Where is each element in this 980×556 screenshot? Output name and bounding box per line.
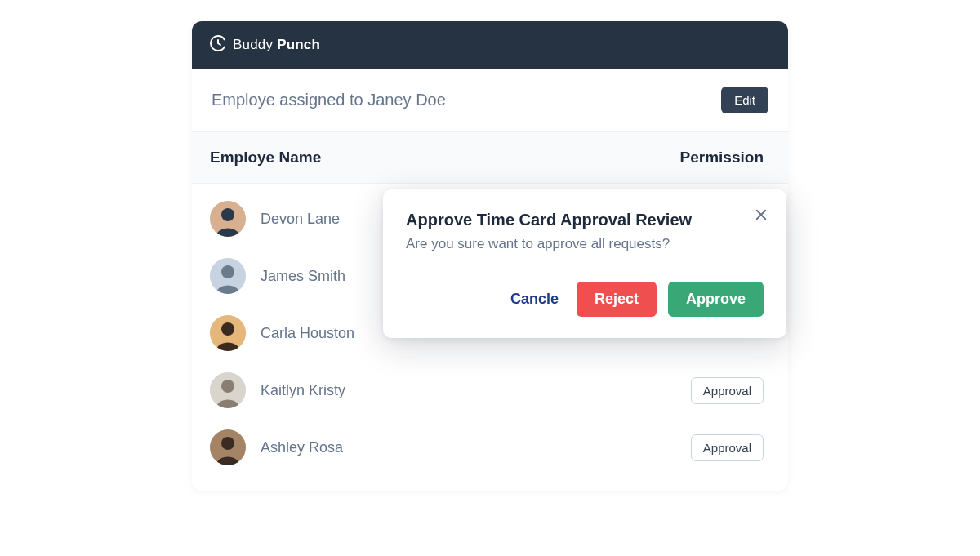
- col-header-name: Employe Name: [210, 149, 321, 167]
- row-left: James Smith: [210, 258, 345, 294]
- edit-button[interactable]: Edit: [721, 87, 768, 113]
- svg-point-4: [221, 265, 234, 278]
- brand-logo: Buddy Punch: [208, 33, 320, 56]
- dialog-close-button[interactable]: [751, 204, 772, 228]
- table-row: Kaitlyn KristyApproval: [192, 362, 788, 419]
- svg-point-6: [221, 322, 234, 336]
- row-left: Devon Lane: [210, 201, 340, 237]
- avatar: [210, 201, 246, 237]
- row-left: Kaitlyn Kristy: [210, 372, 345, 408]
- approval-button[interactable]: Approval: [691, 377, 764, 404]
- avatar: [210, 429, 246, 465]
- table-row: Ashley RosaApproval: [192, 419, 788, 476]
- svg-point-10: [221, 437, 234, 450]
- employee-name: Devon Lane: [261, 211, 340, 228]
- employee-name: Kaitlyn Kristy: [261, 382, 345, 399]
- dialog-actions: Cancle Reject Approve: [406, 282, 764, 317]
- app-header: Buddy Punch: [192, 21, 788, 69]
- employee-name: Ashley Rosa: [261, 439, 343, 456]
- reject-button[interactable]: Reject: [577, 282, 657, 317]
- col-header-permission: Permission: [680, 149, 764, 167]
- clock-icon: [208, 33, 228, 56]
- employee-name: Carla Houston: [261, 325, 354, 342]
- svg-point-8: [221, 380, 234, 393]
- row-left: Ashley Rosa: [210, 429, 343, 465]
- avatar: [210, 258, 246, 294]
- table-header: Employe Name Permission: [192, 132, 788, 184]
- approve-button[interactable]: Approve: [668, 282, 764, 317]
- dialog-title: Approve Time Card Approval Review: [406, 211, 764, 229]
- approval-button[interactable]: Approval: [691, 434, 764, 461]
- svg-point-2: [221, 208, 234, 221]
- row-left: Carla Houston: [210, 315, 354, 351]
- close-icon: [754, 212, 768, 225]
- dialog-body: Are you sure want to approve all request…: [406, 236, 764, 252]
- approve-dialog: Approve Time Card Approval Review Are yo…: [383, 189, 786, 338]
- title-bar: Employe assigned to Janey Doe Edit: [192, 69, 788, 132]
- brand-name: Buddy Punch: [233, 37, 320, 53]
- avatar: [210, 372, 246, 408]
- avatar: [210, 315, 246, 351]
- employee-name: James Smith: [261, 268, 345, 285]
- page-title: Employe assigned to Janey Doe: [212, 91, 446, 109]
- cancel-button[interactable]: Cancle: [504, 282, 565, 316]
